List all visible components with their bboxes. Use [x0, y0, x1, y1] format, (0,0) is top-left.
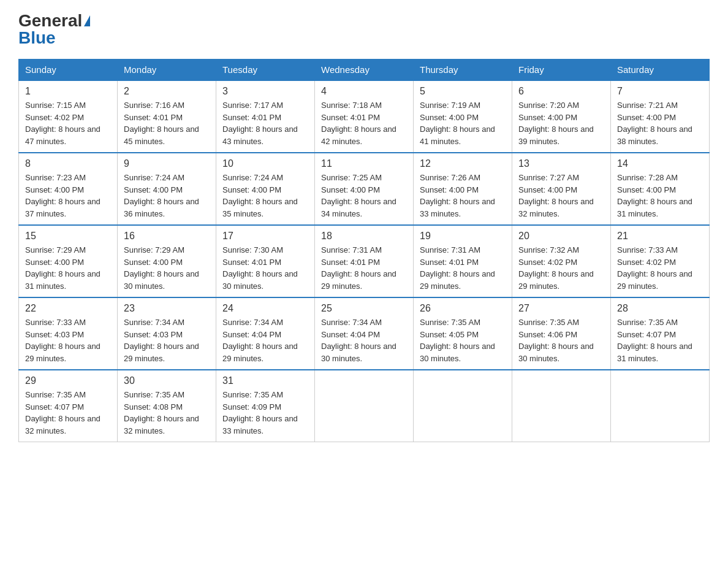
day-info: Sunrise: 7:31 AMSunset: 4:01 PMDaylight:…	[420, 244, 506, 292]
day-cell: 6Sunrise: 7:20 AMSunset: 4:00 PMDaylight…	[512, 80, 611, 153]
header-sunday: Sunday	[19, 59, 118, 81]
day-number: 29	[25, 375, 111, 386]
day-cell: 18Sunrise: 7:31 AMSunset: 4:01 PMDayligh…	[315, 225, 414, 297]
day-number: 24	[222, 303, 308, 314]
day-number: 14	[617, 158, 703, 169]
day-number: 22	[25, 303, 111, 314]
day-info: Sunrise: 7:29 AMSunset: 4:00 PMDaylight:…	[124, 244, 210, 292]
header-friday: Friday	[512, 59, 611, 81]
day-number: 12	[420, 158, 506, 169]
day-info: Sunrise: 7:17 AMSunset: 4:01 PMDaylight:…	[222, 99, 308, 147]
logo-blue-text: Blue	[18, 28, 56, 47]
day-cell: 22Sunrise: 7:33 AMSunset: 4:03 PMDayligh…	[19, 297, 118, 370]
day-info: Sunrise: 7:35 AMSunset: 4:05 PMDaylight:…	[420, 316, 506, 364]
day-info: Sunrise: 7:30 AMSunset: 4:01 PMDaylight:…	[222, 244, 308, 292]
calendar-header-row: SundayMondayTuesdayWednesdayThursdayFrid…	[19, 59, 710, 81]
day-number: 20	[518, 231, 604, 242]
day-cell: 9Sunrise: 7:24 AMSunset: 4:00 PMDaylight…	[118, 153, 216, 225]
day-number: 13	[518, 158, 604, 169]
day-cell: 26Sunrise: 7:35 AMSunset: 4:05 PMDayligh…	[414, 297, 512, 370]
day-cell	[315, 370, 414, 442]
week-row-1: 1Sunrise: 7:15 AMSunset: 4:02 PMDaylight…	[19, 80, 710, 153]
day-number: 2	[124, 86, 210, 97]
week-row-2: 8Sunrise: 7:23 AMSunset: 4:00 PMDaylight…	[19, 153, 710, 225]
day-info: Sunrise: 7:19 AMSunset: 4:00 PMDaylight:…	[420, 99, 506, 147]
day-number: 11	[321, 158, 407, 169]
day-number: 4	[321, 86, 407, 97]
day-info: Sunrise: 7:16 AMSunset: 4:01 PMDaylight:…	[124, 99, 210, 147]
day-cell: 19Sunrise: 7:31 AMSunset: 4:01 PMDayligh…	[414, 225, 512, 297]
day-cell: 1Sunrise: 7:15 AMSunset: 4:02 PMDaylight…	[19, 80, 118, 153]
day-info: Sunrise: 7:32 AMSunset: 4:02 PMDaylight:…	[518, 244, 604, 292]
day-cell: 11Sunrise: 7:25 AMSunset: 4:00 PMDayligh…	[315, 153, 414, 225]
day-cell	[414, 370, 512, 442]
day-cell: 31Sunrise: 7:35 AMSunset: 4:09 PMDayligh…	[216, 370, 315, 442]
day-cell: 17Sunrise: 7:30 AMSunset: 4:01 PMDayligh…	[216, 225, 315, 297]
header-monday: Monday	[118, 59, 216, 81]
day-cell: 30Sunrise: 7:35 AMSunset: 4:08 PMDayligh…	[118, 370, 216, 442]
day-info: Sunrise: 7:35 AMSunset: 4:08 PMDaylight:…	[124, 389, 210, 437]
day-number: 19	[420, 231, 506, 242]
day-cell: 7Sunrise: 7:21 AMSunset: 4:00 PMDaylight…	[611, 80, 710, 153]
day-info: Sunrise: 7:18 AMSunset: 4:01 PMDaylight:…	[321, 99, 407, 147]
day-info: Sunrise: 7:33 AMSunset: 4:03 PMDaylight:…	[25, 316, 111, 364]
day-number: 17	[222, 231, 308, 242]
day-cell: 8Sunrise: 7:23 AMSunset: 4:00 PMDaylight…	[19, 153, 118, 225]
day-number: 6	[518, 86, 604, 97]
day-cell: 27Sunrise: 7:35 AMSunset: 4:06 PMDayligh…	[512, 297, 611, 370]
day-cell: 10Sunrise: 7:24 AMSunset: 4:00 PMDayligh…	[216, 153, 315, 225]
day-info: Sunrise: 7:15 AMSunset: 4:02 PMDaylight:…	[25, 99, 111, 147]
day-cell: 16Sunrise: 7:29 AMSunset: 4:00 PMDayligh…	[118, 225, 216, 297]
day-number: 27	[518, 303, 604, 314]
day-number: 7	[617, 86, 703, 97]
day-number: 8	[25, 158, 111, 169]
week-row-5: 29Sunrise: 7:35 AMSunset: 4:07 PMDayligh…	[19, 370, 710, 442]
day-cell: 13Sunrise: 7:27 AMSunset: 4:00 PMDayligh…	[512, 153, 611, 225]
day-info: Sunrise: 7:24 AMSunset: 4:00 PMDaylight:…	[222, 172, 308, 220]
day-cell: 5Sunrise: 7:19 AMSunset: 4:00 PMDaylight…	[414, 80, 512, 153]
day-number: 3	[222, 86, 308, 97]
header-thursday: Thursday	[414, 59, 512, 81]
day-cell: 2Sunrise: 7:16 AMSunset: 4:01 PMDaylight…	[118, 80, 216, 153]
day-cell	[512, 370, 611, 442]
day-info: Sunrise: 7:35 AMSunset: 4:09 PMDaylight:…	[222, 389, 308, 437]
day-number: 28	[617, 303, 703, 314]
day-info: Sunrise: 7:34 AMSunset: 4:03 PMDaylight:…	[124, 316, 210, 364]
day-info: Sunrise: 7:31 AMSunset: 4:01 PMDaylight:…	[321, 244, 407, 292]
day-info: Sunrise: 7:23 AMSunset: 4:00 PMDaylight:…	[25, 172, 111, 220]
day-cell: 4Sunrise: 7:18 AMSunset: 4:01 PMDaylight…	[315, 80, 414, 153]
day-info: Sunrise: 7:35 AMSunset: 4:07 PMDaylight:…	[25, 389, 111, 437]
day-info: Sunrise: 7:25 AMSunset: 4:00 PMDaylight:…	[321, 172, 407, 220]
day-number: 15	[25, 231, 111, 242]
logo: General Blue	[18, 12, 90, 47]
day-info: Sunrise: 7:21 AMSunset: 4:00 PMDaylight:…	[617, 99, 703, 147]
header-saturday: Saturday	[611, 59, 710, 81]
day-info: Sunrise: 7:33 AMSunset: 4:02 PMDaylight:…	[617, 244, 703, 292]
day-number: 23	[124, 303, 210, 314]
header-wednesday: Wednesday	[315, 59, 414, 81]
logo-triangle-icon	[84, 15, 90, 26]
day-info: Sunrise: 7:27 AMSunset: 4:00 PMDaylight:…	[518, 172, 604, 220]
logo-general-text: General	[18, 12, 82, 29]
day-number: 16	[124, 231, 210, 242]
day-info: Sunrise: 7:24 AMSunset: 4:00 PMDaylight:…	[124, 172, 210, 220]
day-cell: 23Sunrise: 7:34 AMSunset: 4:03 PMDayligh…	[118, 297, 216, 370]
day-info: Sunrise: 7:34 AMSunset: 4:04 PMDaylight:…	[321, 316, 407, 364]
day-cell: 21Sunrise: 7:33 AMSunset: 4:02 PMDayligh…	[611, 225, 710, 297]
day-number: 31	[222, 375, 308, 386]
day-info: Sunrise: 7:28 AMSunset: 4:00 PMDaylight:…	[617, 172, 703, 220]
day-cell: 25Sunrise: 7:34 AMSunset: 4:04 PMDayligh…	[315, 297, 414, 370]
week-row-4: 22Sunrise: 7:33 AMSunset: 4:03 PMDayligh…	[19, 297, 710, 370]
day-info: Sunrise: 7:34 AMSunset: 4:04 PMDaylight:…	[222, 316, 308, 364]
week-row-3: 15Sunrise: 7:29 AMSunset: 4:00 PMDayligh…	[19, 225, 710, 297]
day-info: Sunrise: 7:35 AMSunset: 4:07 PMDaylight:…	[617, 316, 703, 364]
header-tuesday: Tuesday	[216, 59, 315, 81]
page-header: General Blue	[18, 12, 710, 47]
day-number: 25	[321, 303, 407, 314]
day-number: 10	[222, 158, 308, 169]
day-cell: 15Sunrise: 7:29 AMSunset: 4:00 PMDayligh…	[19, 225, 118, 297]
day-number: 30	[124, 375, 210, 386]
day-cell: 29Sunrise: 7:35 AMSunset: 4:07 PMDayligh…	[19, 370, 118, 442]
day-cell: 28Sunrise: 7:35 AMSunset: 4:07 PMDayligh…	[611, 297, 710, 370]
day-info: Sunrise: 7:20 AMSunset: 4:00 PMDaylight:…	[518, 99, 604, 147]
